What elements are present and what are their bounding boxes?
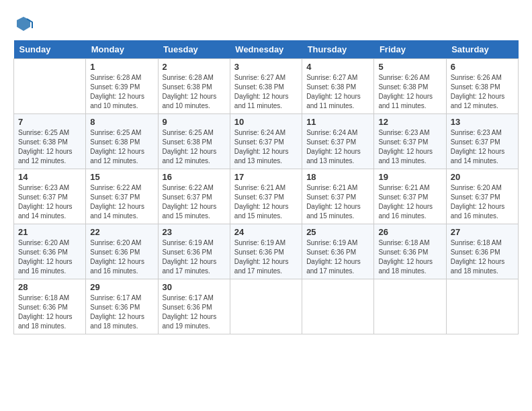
day-header-tuesday: Tuesday xyxy=(158,40,230,59)
day-info: Sunrise: 6:17 AMSunset: 6:36 PMDaylight:… xyxy=(90,293,153,331)
day-info: Sunrise: 6:17 AMSunset: 6:36 PMDaylight:… xyxy=(163,293,226,331)
calendar-cell: 18 Sunrise: 6:21 AMSunset: 6:37 PMDaylig… xyxy=(302,169,374,224)
day-number: 23 xyxy=(163,227,226,237)
day-info: Sunrise: 6:27 AMSunset: 6:38 PMDaylight:… xyxy=(306,73,369,111)
day-number: 11 xyxy=(306,117,369,127)
day-header-thursday: Thursday xyxy=(302,40,374,59)
day-info: Sunrise: 6:20 AMSunset: 6:36 PMDaylight:… xyxy=(18,238,81,276)
logo-icon xyxy=(13,13,34,34)
day-number: 8 xyxy=(90,117,153,127)
calendar-week-1: 1 Sunrise: 6:28 AMSunset: 6:39 PMDayligh… xyxy=(14,59,519,114)
day-info: Sunrise: 6:24 AMSunset: 6:37 PMDaylight:… xyxy=(234,128,298,166)
day-info: Sunrise: 6:18 AMSunset: 6:36 PMDaylight:… xyxy=(18,293,81,331)
calendar-cell: 8 Sunrise: 6:25 AMSunset: 6:38 PMDayligh… xyxy=(86,114,158,169)
day-number: 3 xyxy=(234,62,298,72)
calendar-week-2: 7 Sunrise: 6:25 AMSunset: 6:38 PMDayligh… xyxy=(14,114,519,169)
day-info: Sunrise: 6:19 AMSunset: 6:36 PMDaylight:… xyxy=(306,238,369,276)
day-info: Sunrise: 6:23 AMSunset: 6:37 PMDaylight:… xyxy=(378,128,441,166)
day-number: 15 xyxy=(90,172,153,182)
day-number: 19 xyxy=(378,172,441,182)
page-header xyxy=(13,13,519,34)
day-number: 2 xyxy=(163,62,226,72)
day-info: Sunrise: 6:21 AMSunset: 6:37 PMDaylight:… xyxy=(378,183,441,221)
day-number: 6 xyxy=(451,62,514,72)
day-info: Sunrise: 6:26 AMSunset: 6:38 PMDaylight:… xyxy=(451,73,514,111)
calendar-cell: 13 Sunrise: 6:23 AMSunset: 6:37 PMDaylig… xyxy=(446,114,518,169)
calendar-cell: 4 Sunrise: 6:27 AMSunset: 6:38 PMDayligh… xyxy=(302,59,374,114)
day-header-row: SundayMondayTuesdayWednesdayThursdayFrid… xyxy=(14,40,519,59)
calendar-cell xyxy=(14,59,86,114)
calendar-table: SundayMondayTuesdayWednesdayThursdayFrid… xyxy=(13,40,519,334)
calendar-cell: 30 Sunrise: 6:17 AMSunset: 6:36 PMDaylig… xyxy=(158,279,230,334)
calendar-cell xyxy=(302,279,374,334)
calendar-week-5: 28 Sunrise: 6:18 AMSunset: 6:36 PMDaylig… xyxy=(14,279,519,334)
calendar-week-4: 21 Sunrise: 6:20 AMSunset: 6:36 PMDaylig… xyxy=(14,224,519,279)
calendar-cell: 20 Sunrise: 6:20 AMSunset: 6:37 PMDaylig… xyxy=(446,169,518,224)
day-number: 20 xyxy=(451,172,514,182)
calendar-cell: 7 Sunrise: 6:25 AMSunset: 6:38 PMDayligh… xyxy=(14,114,86,169)
calendar-cell xyxy=(446,279,518,334)
day-number: 12 xyxy=(378,117,441,127)
calendar-cell: 12 Sunrise: 6:23 AMSunset: 6:37 PMDaylig… xyxy=(374,114,446,169)
day-info: Sunrise: 6:24 AMSunset: 6:37 PMDaylight:… xyxy=(306,128,369,166)
day-info: Sunrise: 6:28 AMSunset: 6:39 PMDaylight:… xyxy=(90,73,153,111)
day-number: 7 xyxy=(18,117,81,127)
day-info: Sunrise: 6:27 AMSunset: 6:38 PMDaylight:… xyxy=(234,73,298,111)
day-info: Sunrise: 6:19 AMSunset: 6:36 PMDaylight:… xyxy=(163,238,226,276)
calendar-cell: 26 Sunrise: 6:18 AMSunset: 6:36 PMDaylig… xyxy=(374,224,446,279)
day-info: Sunrise: 6:25 AMSunset: 6:38 PMDaylight:… xyxy=(90,128,153,166)
day-number: 21 xyxy=(18,227,81,237)
calendar-cell: 24 Sunrise: 6:19 AMSunset: 6:36 PMDaylig… xyxy=(230,224,302,279)
calendar-cell: 14 Sunrise: 6:23 AMSunset: 6:37 PMDaylig… xyxy=(14,169,86,224)
day-number: 27 xyxy=(451,227,514,237)
calendar-cell: 5 Sunrise: 6:26 AMSunset: 6:38 PMDayligh… xyxy=(374,59,446,114)
calendar-cell: 21 Sunrise: 6:20 AMSunset: 6:36 PMDaylig… xyxy=(14,224,86,279)
day-info: Sunrise: 6:22 AMSunset: 6:37 PMDaylight:… xyxy=(163,183,226,221)
day-number: 29 xyxy=(90,282,153,292)
calendar-cell: 10 Sunrise: 6:24 AMSunset: 6:37 PMDaylig… xyxy=(230,114,302,169)
day-number: 24 xyxy=(234,227,298,237)
day-header-saturday: Saturday xyxy=(446,40,518,59)
day-info: Sunrise: 6:23 AMSunset: 6:37 PMDaylight:… xyxy=(451,128,514,166)
day-number: 16 xyxy=(163,172,226,182)
calendar-cell xyxy=(374,279,446,334)
day-number: 25 xyxy=(306,227,369,237)
calendar-cell: 3 Sunrise: 6:27 AMSunset: 6:38 PMDayligh… xyxy=(230,59,302,114)
day-info: Sunrise: 6:19 AMSunset: 6:36 PMDaylight:… xyxy=(234,238,298,276)
day-number: 18 xyxy=(306,172,369,182)
calendar-cell xyxy=(230,279,302,334)
day-info: Sunrise: 6:25 AMSunset: 6:38 PMDaylight:… xyxy=(163,128,226,166)
calendar-cell: 9 Sunrise: 6:25 AMSunset: 6:38 PMDayligh… xyxy=(158,114,230,169)
calendar-cell: 27 Sunrise: 6:18 AMSunset: 6:36 PMDaylig… xyxy=(446,224,518,279)
day-number: 9 xyxy=(163,117,226,127)
calendar-cell: 22 Sunrise: 6:20 AMSunset: 6:36 PMDaylig… xyxy=(86,224,158,279)
calendar-cell: 25 Sunrise: 6:19 AMSunset: 6:36 PMDaylig… xyxy=(302,224,374,279)
calendar-cell: 1 Sunrise: 6:28 AMSunset: 6:39 PMDayligh… xyxy=(86,59,158,114)
day-number: 28 xyxy=(18,282,81,292)
calendar-cell: 15 Sunrise: 6:22 AMSunset: 6:37 PMDaylig… xyxy=(86,169,158,224)
calendar-cell: 29 Sunrise: 6:17 AMSunset: 6:36 PMDaylig… xyxy=(86,279,158,334)
day-info: Sunrise: 6:21 AMSunset: 6:37 PMDaylight:… xyxy=(306,183,369,221)
day-header-friday: Friday xyxy=(374,40,446,59)
day-header-wednesday: Wednesday xyxy=(230,40,302,59)
day-number: 5 xyxy=(378,62,441,72)
day-info: Sunrise: 6:28 AMSunset: 6:38 PMDaylight:… xyxy=(163,73,226,111)
day-header-monday: Monday xyxy=(86,40,158,59)
day-number: 14 xyxy=(18,172,81,182)
day-info: Sunrise: 6:25 AMSunset: 6:38 PMDaylight:… xyxy=(18,128,81,166)
calendar-cell: 17 Sunrise: 6:21 AMSunset: 6:37 PMDaylig… xyxy=(230,169,302,224)
calendar-cell: 11 Sunrise: 6:24 AMSunset: 6:37 PMDaylig… xyxy=(302,114,374,169)
day-header-sunday: Sunday xyxy=(14,40,86,59)
day-info: Sunrise: 6:20 AMSunset: 6:36 PMDaylight:… xyxy=(90,238,153,276)
day-number: 26 xyxy=(378,227,441,237)
day-info: Sunrise: 6:20 AMSunset: 6:37 PMDaylight:… xyxy=(451,183,514,221)
day-info: Sunrise: 6:22 AMSunset: 6:37 PMDaylight:… xyxy=(90,183,153,221)
calendar-cell: 16 Sunrise: 6:22 AMSunset: 6:37 PMDaylig… xyxy=(158,169,230,224)
calendar-cell: 2 Sunrise: 6:28 AMSunset: 6:38 PMDayligh… xyxy=(158,59,230,114)
day-info: Sunrise: 6:18 AMSunset: 6:36 PMDaylight:… xyxy=(451,238,514,276)
day-info: Sunrise: 6:26 AMSunset: 6:38 PMDaylight:… xyxy=(378,73,441,111)
calendar-cell: 19 Sunrise: 6:21 AMSunset: 6:37 PMDaylig… xyxy=(374,169,446,224)
day-info: Sunrise: 6:21 AMSunset: 6:37 PMDaylight:… xyxy=(234,183,298,221)
calendar-cell: 23 Sunrise: 6:19 AMSunset: 6:36 PMDaylig… xyxy=(158,224,230,279)
day-number: 22 xyxy=(90,227,153,237)
